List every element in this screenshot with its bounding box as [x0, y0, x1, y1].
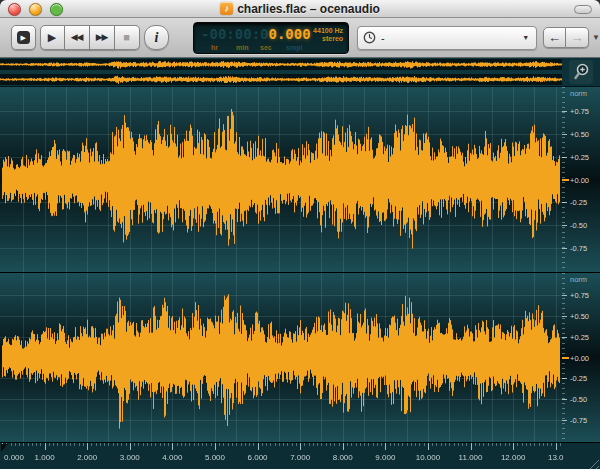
fast-forward-button[interactable]: ▶▶	[90, 25, 115, 50]
scale-tick-label: -0.25	[570, 198, 587, 207]
waveform-channel-left[interactable]	[0, 87, 562, 272]
zoom-icon	[571, 62, 591, 82]
window-title-text: charlies.flac – ocenaudio	[237, 2, 380, 16]
info-icon: i	[154, 31, 158, 45]
scale-tick	[562, 420, 567, 421]
time-label: 6.000	[248, 453, 268, 462]
norm-label: norm	[570, 275, 587, 284]
nav-forward-button[interactable]: →	[566, 27, 589, 48]
unit-label-smpl: smpl	[286, 44, 302, 51]
minimize-button[interactable]	[29, 3, 42, 16]
window-controls	[8, 3, 63, 16]
waveform-channel-right[interactable]	[0, 273, 562, 442]
scale-tick-label: -0.75	[570, 416, 587, 425]
scale-tick-label: -0.50	[570, 221, 587, 230]
scale-tick-label: +0.75	[570, 107, 589, 116]
nav-history-caret-icon[interactable]: ▼	[592, 33, 600, 42]
rewind-icon: ◀◀	[71, 33, 83, 42]
amplitude-scale-right: norm+0.75+0.50+0.25+0.00-0.25-0.50-0.75	[562, 273, 600, 442]
channel-right: norm+0.75+0.50+0.25+0.00-0.25-0.50-0.75	[0, 273, 600, 442]
nav-back-button[interactable]: ←	[543, 27, 566, 48]
toolbar: ▶ ▶ ◀◀ ▶▶ ■ i -00:00:00.000 hr min sec s…	[0, 18, 600, 58]
time-label: 1.000	[35, 453, 55, 462]
time-digits: -00:00:00.000	[201, 26, 311, 42]
time-label: 11.000	[459, 453, 483, 462]
transport-controls: ▶ ◀◀ ▶▶ ■	[40, 25, 140, 50]
scale-tick-label: +0.25	[570, 153, 589, 162]
time-label: 4.000	[162, 453, 182, 462]
amplitude-scale-left: norm+0.75+0.50+0.25+0.00-0.25-0.50-0.75	[562, 87, 600, 272]
overview-strip	[0, 58, 600, 87]
time-label: 2.000	[77, 453, 97, 462]
time-label: 13.0	[548, 453, 564, 462]
scale-tick-label: -0.50	[570, 395, 587, 404]
scale-tick-label: -0.25	[570, 374, 587, 383]
time-format-value: -	[381, 32, 385, 44]
scale-tick-label: +0.00	[570, 176, 589, 185]
titlebar: ♪ charlies.flac – ocenaudio	[0, 0, 600, 18]
scale-tick-label: +0.25	[570, 333, 589, 342]
channel-mode-label: stereo	[313, 35, 343, 43]
time-label: 12.000	[501, 453, 525, 462]
scale-tick	[562, 179, 569, 181]
rewind-button[interactable]: ◀◀	[65, 25, 90, 50]
scale-tick	[562, 134, 567, 135]
time-label: 5.000	[205, 453, 225, 462]
app-window: ♪ charlies.flac – ocenaudio ▶ ▶ ◀◀ ▶▶ ■ …	[0, 0, 600, 469]
play-icon: ▶	[48, 32, 56, 43]
timeline[interactable]: 0.0001.0002.0003.0004.0005.0006.0007.000…	[0, 442, 600, 469]
clock-icon	[363, 31, 376, 44]
norm-label: norm	[570, 89, 587, 98]
audio-file-icon: ♪	[220, 2, 233, 15]
format-info: 44100 Hz stereo	[313, 27, 343, 43]
time-display: -00:00:00.000 hr min sec smpl 44100 Hz s…	[193, 22, 349, 54]
close-button[interactable]	[8, 3, 21, 16]
playhead-marker	[1, 444, 8, 452]
overview-waveform[interactable]	[0, 58, 562, 87]
scale-tick	[562, 157, 567, 158]
scale-tick-label: +0.00	[570, 354, 589, 363]
scale-tick	[562, 399, 567, 400]
unit-label-hr: hr	[211, 44, 218, 51]
play-selection-icon: ▶	[17, 31, 30, 44]
time-label: 8.000	[333, 453, 353, 462]
stop-button[interactable]: ■	[115, 25, 140, 50]
time-value: 0.000	[269, 26, 311, 42]
window-title: ♪ charlies.flac – ocenaudio	[220, 2, 380, 16]
overview-side-panel	[562, 58, 600, 87]
scale-tick-label: -0.75	[570, 244, 587, 253]
stop-icon: ■	[123, 32, 130, 43]
scale-tick	[562, 225, 567, 226]
unit-label-sec: sec	[260, 44, 272, 51]
scale-tick	[562, 295, 567, 296]
scale-tick	[562, 248, 567, 249]
scale-tick-label: +0.50	[570, 312, 589, 321]
back-arrow-icon: ←	[548, 31, 561, 44]
channel-left: norm+0.75+0.50+0.25+0.00-0.25-0.50-0.75	[0, 87, 600, 273]
time-label: 9.000	[375, 453, 395, 462]
maximize-button[interactable]	[50, 3, 63, 16]
scale-tick	[562, 316, 567, 317]
sample-rate-label: 44100 Hz	[313, 27, 343, 35]
info-button[interactable]: i	[144, 25, 170, 50]
play-selection-button[interactable]: ▶	[11, 25, 36, 50]
scale-tick-label: +0.75	[570, 291, 589, 300]
unit-label-min: min	[236, 44, 248, 51]
combo-caret-icon: ▼	[522, 34, 529, 41]
scale-tick	[562, 337, 567, 338]
time-label: 3.000	[120, 453, 140, 462]
scale-tick-label: +0.50	[570, 130, 589, 139]
toolbar-toggle-button[interactable]	[574, 5, 592, 14]
time-label: 7.000	[290, 453, 310, 462]
navigation-buttons: ← →	[543, 27, 589, 48]
note-icon: ♪	[224, 4, 229, 13]
play-button[interactable]: ▶	[40, 25, 65, 50]
zoom-in-button[interactable]	[569, 60, 593, 84]
scale-tick	[562, 357, 569, 359]
time-label: 10.000	[416, 453, 440, 462]
time-format-selector[interactable]: - ▼	[357, 26, 537, 50]
scale-tick	[562, 202, 567, 203]
fast-forward-icon: ▶▶	[96, 33, 108, 42]
time-label: 0.000	[4, 453, 24, 462]
time-dim-digits: -00:00:0	[201, 26, 268, 42]
